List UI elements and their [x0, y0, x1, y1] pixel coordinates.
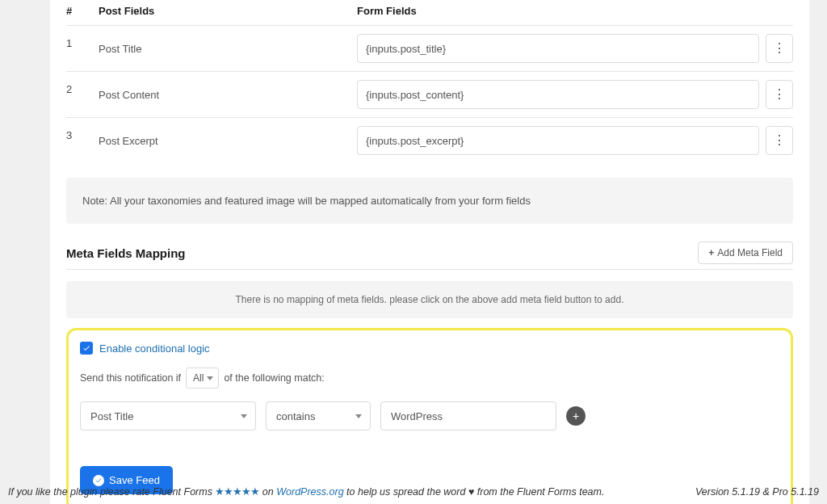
footer-pre: If you like the plugin please rate Fluen… — [8, 486, 215, 498]
condition-operator-select[interactable]: contains — [266, 401, 371, 430]
add-meta-field-label: Add Meta Field — [717, 247, 783, 258]
col-header-form-field: Form Fields — [357, 5, 793, 17]
form-field-input[interactable]: {inputs.post_content} — [357, 80, 759, 109]
plugin-footer: If you like the plugin please rate Fluen… — [8, 485, 819, 498]
sentence-post: of the following match: — [224, 372, 324, 384]
post-field-label: Post Excerpt — [99, 135, 357, 147]
table-row: 1 Post Title {inputs.post_title} ⋮ — [66, 25, 793, 71]
footer-tail: from the Fluent Forms team. — [474, 486, 604, 498]
row-actions-button[interactable]: ⋮ — [766, 34, 793, 63]
enable-conditional-checkbox[interactable] — [80, 342, 93, 355]
taxonomy-note: Note: All your taxonomies and featured i… — [66, 178, 793, 224]
meta-fields-empty: There is no mapping of meta fields. plea… — [66, 281, 793, 318]
row-number: 3 — [66, 126, 99, 141]
add-meta-field-button[interactable]: + Add Meta Field — [698, 242, 793, 264]
plus-icon: + — [573, 410, 579, 422]
mapping-table-header: # Post Fields Form Fields — [66, 0, 793, 25]
form-field-input[interactable]: {inputs.post_title} — [357, 34, 759, 63]
check-circle-icon — [93, 475, 104, 486]
save-feed-label: Save Feed — [109, 474, 160, 486]
kebab-icon: ⋮ — [773, 88, 786, 101]
col-header-number: # — [66, 5, 99, 17]
check-icon — [82, 344, 90, 352]
post-field-label: Post Content — [99, 89, 357, 101]
match-mode-select[interactable]: All — [186, 368, 219, 388]
wordpress-org-link[interactable]: WordPress.org — [276, 486, 343, 498]
meta-fields-heading: Meta Fields Mapping — [66, 246, 186, 260]
conditional-logic-panel: Enable conditional logic Send this notif… — [66, 328, 793, 504]
row-number: 1 — [66, 34, 99, 49]
row-actions-button[interactable]: ⋮ — [766, 126, 793, 155]
post-field-label: Post Title — [99, 43, 357, 55]
add-condition-button[interactable]: + — [566, 406, 586, 426]
table-row: 2 Post Content {inputs.post_content} ⋮ — [66, 71, 793, 117]
enable-conditional-label: Enable conditional logic — [99, 342, 210, 355]
sentence-pre: Send this notification if — [80, 372, 181, 384]
condition-row: Post Title contains WordPress + — [80, 401, 779, 430]
rating-stars-icon[interactable]: ★★★★★ — [215, 486, 259, 498]
footer-on: on — [259, 486, 276, 498]
condition-field-select[interactable]: Post Title — [80, 401, 256, 430]
row-actions-button[interactable]: ⋮ — [766, 80, 793, 109]
table-row: 3 Post Excerpt {inputs.post_excerpt} ⋮ — [66, 117, 793, 163]
col-header-post-field: Post Fields — [99, 5, 357, 17]
plus-icon: + — [708, 247, 714, 258]
version-text: Version 5.1.19 & Pro 5.1.19 — [695, 486, 819, 498]
kebab-icon: ⋮ — [773, 42, 786, 55]
footer-post: to help us spread the word — [344, 486, 468, 498]
row-number: 2 — [66, 80, 99, 95]
kebab-icon: ⋮ — [773, 134, 786, 147]
conditional-sentence: Send this notification if All of the fol… — [80, 368, 779, 388]
condition-value-input[interactable]: WordPress — [380, 401, 556, 430]
form-field-input[interactable]: {inputs.post_excerpt} — [357, 126, 759, 155]
